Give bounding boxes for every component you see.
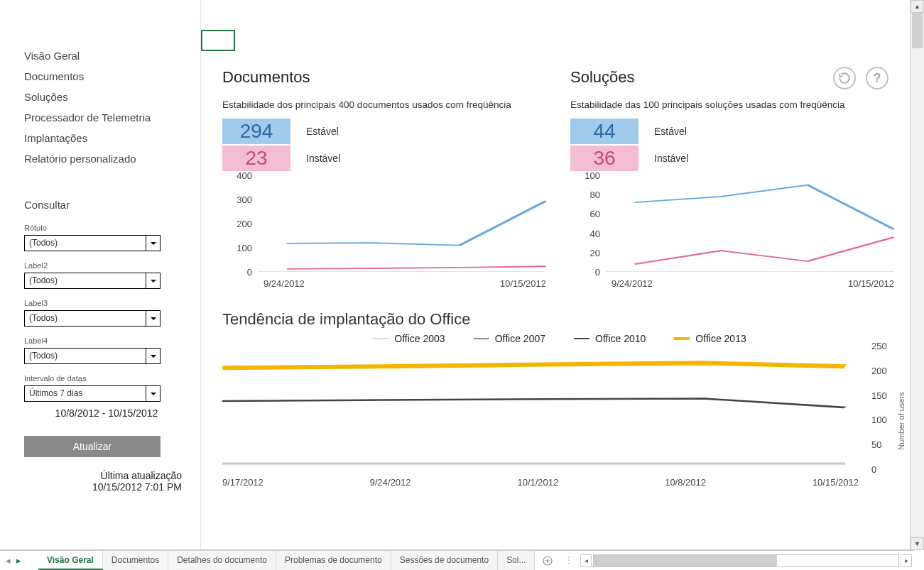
solutions-stable-label: Estável — [654, 126, 687, 137]
tab-doc-problems[interactable]: Problemas de documento — [276, 551, 391, 570]
hscroll-track[interactable] — [593, 554, 899, 567]
solutions-stable-count: 44 — [570, 119, 638, 144]
solutions-chart: 100 80 60 40 20 0 9/24/2012 10/15 — [570, 175, 897, 289]
chevron-down-icon — [146, 311, 160, 326]
documents-chart: 400 300 200 100 0 9/24/2012 10/15/2012 — [222, 175, 549, 289]
scroll-down-icon[interactable]: ▼ — [911, 537, 924, 550]
scroll-track[interactable] — [911, 13, 924, 537]
filter-value: (Todos) — [29, 275, 58, 285]
tab-next-icon[interactable]: ▸ — [16, 555, 21, 566]
documents-subtitle: Estabilidade dos principais 400 document… — [222, 99, 549, 110]
xtick: 10/1/2012 — [517, 477, 558, 488]
filter-value: (Todos) — [29, 351, 58, 361]
refresh-icon[interactable] — [833, 67, 856, 89]
scroll-right-icon[interactable]: ▸ — [901, 554, 912, 567]
tab-nav: ◂ ▸ — [0, 551, 38, 570]
xtick: 10/15/2012 — [848, 278, 894, 289]
ytick: 150 — [871, 390, 887, 400]
ytick: 0 — [871, 464, 876, 475]
chevron-down-icon — [146, 386, 160, 401]
documents-panel: Documentos Estabilidade dos principais 4… — [222, 68, 549, 289]
date-range-display: 10/8/2012 - 10/15/2012 — [24, 407, 189, 419]
tab-documents[interactable]: Documentos — [103, 551, 168, 570]
scroll-thumb[interactable] — [912, 13, 923, 48]
ytick: 100 — [237, 243, 252, 253]
solutions-unstable-label: Instável — [654, 153, 688, 164]
chevron-down-icon — [146, 349, 160, 363]
xtick: 10/15/2012 — [812, 477, 859, 488]
documents-title: Documentos — [222, 68, 549, 87]
solutions-unstable-count: 36 — [570, 146, 638, 171]
filter-value: (Todos) — [29, 238, 58, 248]
scroll-left-icon[interactable]: ◂ — [580, 554, 592, 567]
filter-label-label4: Label4 — [24, 336, 190, 345]
add-sheet-icon[interactable] — [535, 551, 560, 570]
filter-value: (Todos) — [29, 313, 58, 323]
ytick: 80 — [590, 190, 600, 200]
xtick: 10/8/2012 — [665, 477, 706, 488]
legend-label: Office 2007 — [495, 333, 545, 344]
ytick: 60 — [590, 209, 600, 219]
xtick: 9/17/2012 — [222, 477, 263, 488]
consult-heading: Consultar — [24, 199, 190, 211]
xtick: 9/24/2012 — [370, 477, 411, 488]
update-button[interactable]: Atualizar — [24, 436, 161, 457]
vertical-scrollbar[interactable]: ▲ ▼ — [910, 0, 924, 550]
tab-doc-sessions[interactable]: Sessões de documento — [391, 551, 498, 570]
ytick: 100 — [585, 170, 600, 181]
chevron-down-icon — [146, 273, 160, 288]
tab-doc-details[interactable]: Detalhes do documento — [168, 551, 276, 570]
tab-overview[interactable]: Visão Geral — [38, 551, 103, 570]
legend-label: Office 2013 — [695, 333, 746, 344]
filter-select-label3[interactable]: (Todos) — [24, 310, 161, 327]
ytick: 50 — [871, 439, 881, 450]
filter-select-label2[interactable]: (Todos) — [24, 273, 161, 289]
filter-select-rotulo[interactable]: (Todos) — [24, 235, 161, 251]
ytick: 200 — [237, 219, 252, 229]
ytick: 400 — [237, 170, 252, 181]
sidebar: Visão Geral Documentos Soluções Processa… — [0, 0, 201, 549]
nav-item-custom-report[interactable]: Relatório personalizado — [24, 148, 190, 169]
main-panel: ? Documentos Estabilidade dos principais… — [201, 0, 910, 549]
nav-item-deployments[interactable]: Implantações — [24, 128, 190, 148]
last-update-value: 10/15/2012 7:01 PM — [24, 481, 182, 493]
deploy-chart: 250 200 150 100 50 0 Number of users 9/1… — [222, 346, 897, 488]
ytick: 20 — [590, 247, 600, 258]
legend-label: Office 2003 — [394, 333, 445, 344]
chevron-down-icon — [146, 236, 160, 251]
ytick: 100 — [871, 415, 887, 425]
xtick: 10/15/2012 — [500, 278, 546, 289]
tab-solutions[interactable]: Sol... — [498, 551, 535, 570]
tab-prev-icon[interactable]: ◂ — [6, 555, 11, 566]
deploy-ylabel: Number of users — [897, 392, 906, 449]
documents-unstable-label: Instável — [306, 153, 340, 164]
hscroll-thumb[interactable] — [594, 555, 776, 566]
documents-unstable-count: 23 — [222, 146, 290, 171]
filter-label-daterange: Intervalo de datas — [24, 374, 190, 383]
sheet-tab-bar: ◂ ▸ Visão Geral Documentos Detalhes do d… — [0, 550, 915, 570]
nav-item-telemetry[interactable]: Processador de Telemetria — [24, 107, 190, 128]
xtick: 9/24/2012 — [263, 278, 305, 289]
deploy-legend: Office 2003 Office 2007 Office 2010 Offi… — [222, 333, 897, 344]
filter-select-daterange[interactable]: Últimos 7 dias — [24, 385, 161, 402]
nav-item-overview[interactable]: Visão Geral — [24, 45, 190, 66]
scroll-up-icon[interactable]: ▲ — [911, 0, 924, 13]
filter-value: Últimos 7 dias — [29, 388, 82, 398]
ytick: 0 — [595, 267, 600, 278]
nav-item-documents[interactable]: Documentos — [24, 66, 190, 87]
ytick: 0 — [247, 267, 252, 278]
ytick: 200 — [871, 365, 887, 376]
legend-label: Office 2010 — [595, 333, 646, 344]
help-icon[interactable]: ? — [866, 67, 888, 89]
documents-stable-label: Estável — [306, 126, 339, 137]
nav-item-solutions[interactable]: Soluções — [24, 87, 190, 107]
filter-select-label4[interactable]: (Todos) — [24, 348, 161, 364]
horizontal-scrollbar[interactable]: ◂ ▸ — [577, 551, 915, 570]
solutions-subtitle: Estabilidade das 100 principais soluções… — [570, 99, 897, 110]
filter-label-rotulo: Rótulo — [24, 224, 190, 232]
ytick: 300 — [237, 194, 252, 205]
documents-stable-count: 294 — [222, 119, 290, 144]
cell-selection[interactable] — [201, 30, 235, 51]
ytick: 250 — [871, 341, 887, 351]
ytick: 40 — [590, 228, 600, 239]
